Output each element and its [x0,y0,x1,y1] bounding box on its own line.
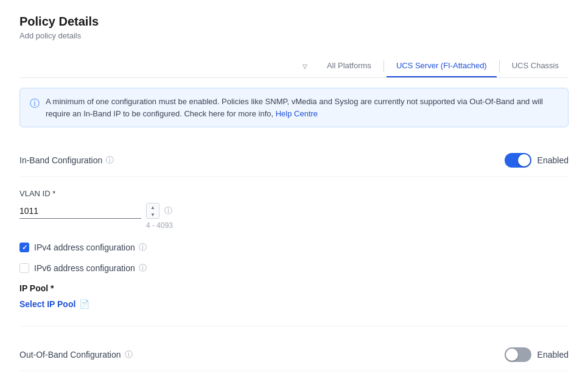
out-of-band-info-icon[interactable]: ⓘ [125,349,133,360]
ipv4-checkbox[interactable] [19,243,29,252]
vlan-range: 4 - 4093 [146,221,569,230]
ipv6-info-icon[interactable]: ⓘ [139,263,147,274]
tab-divider-1 [383,60,384,73]
out-of-band-toggle-knob [506,349,518,361]
vlan-input[interactable] [19,204,141,219]
ip-pool-section: IP Pool * Select IP Pool 📄 [19,283,569,309]
tab-divider-2 [499,60,500,73]
filter-icon[interactable]: ▿ [303,60,307,72]
info-banner-text: A minimum of one configuration must be e… [46,96,558,119]
vlan-input-group: ▲ ▼ ⓘ [19,203,569,219]
vlan-info-icon[interactable]: ⓘ [164,205,172,216]
ip-pool-label: IP Pool * [19,283,569,293]
in-band-info-icon[interactable]: ⓘ [106,155,114,166]
vlan-spinner[interactable]: ▲ ▼ [146,203,159,219]
tab-ucs-chassis[interactable]: UCS Chassis [502,55,569,77]
out-of-band-toggle[interactable] [505,347,531,362]
out-of-band-toggle-container: Enabled [505,347,569,362]
in-band-label: In-Band Configuration [19,155,102,165]
in-band-toggle[interactable] [505,153,531,168]
ipv4-info-icon[interactable]: ⓘ [139,242,147,253]
ipv6-checkbox[interactable] [19,263,29,273]
in-band-toggle-label: Enabled [537,155,569,165]
vlan-spinner-down[interactable]: ▼ [147,211,159,218]
tab-all-platforms[interactable]: All Platforms [317,55,381,77]
ipv6-label: IPv6 address configuration [34,263,135,273]
out-of-band-label: Out-Of-Band Configuration [19,350,121,360]
select-ip-pool-link[interactable]: Select IP Pool 📄 [19,299,569,309]
ipv4-label: IPv4 address configuration [34,243,135,252]
info-icon: ⓘ [30,96,40,111]
in-band-label-group: In-Band Configuration ⓘ [19,155,114,166]
tab-ucs-server-fi[interactable]: UCS Server (FI-Attached) [387,55,497,77]
vlan-field-group: VLAN ID * ▲ ▼ ⓘ 4 - 4093 [19,189,569,230]
out-of-band-label-group: Out-Of-Band Configuration ⓘ [19,349,133,360]
tabs-bar: ▿ All Platforms UCS Server (FI-Attached)… [19,55,569,78]
info-banner: ⓘ A minimum of one configuration must be… [19,88,569,127]
vlan-spinner-up[interactable]: ▲ [147,204,159,211]
in-band-toggle-knob [518,154,530,166]
in-band-toggle-container: Enabled [505,153,569,168]
vlan-label: VLAN ID * [19,189,569,198]
ip-pool-doc-icon: 📄 [79,299,89,309]
in-band-config-row: In-Band Configuration ⓘ Enabled [19,144,569,177]
ipv4-label-group: IPv4 address configuration ⓘ [34,242,147,253]
page-title: Policy Details [19,15,569,29]
ipv6-label-group: IPv6 address configuration ⓘ [34,263,147,274]
out-of-band-config-row: Out-Of-Band Configuration ⓘ Enabled [19,339,569,371]
select-ip-pool-text: Select IP Pool [19,299,75,309]
section-divider [19,326,569,327]
out-of-band-toggle-label: Enabled [537,350,569,360]
ipv4-checkbox-row: IPv4 address configuration ⓘ [19,242,569,253]
page-subtitle: Add policy details [19,31,569,40]
ipv6-checkbox-row: IPv6 address configuration ⓘ [19,263,569,274]
help-centre-link[interactable]: Help Centre [276,109,318,118]
